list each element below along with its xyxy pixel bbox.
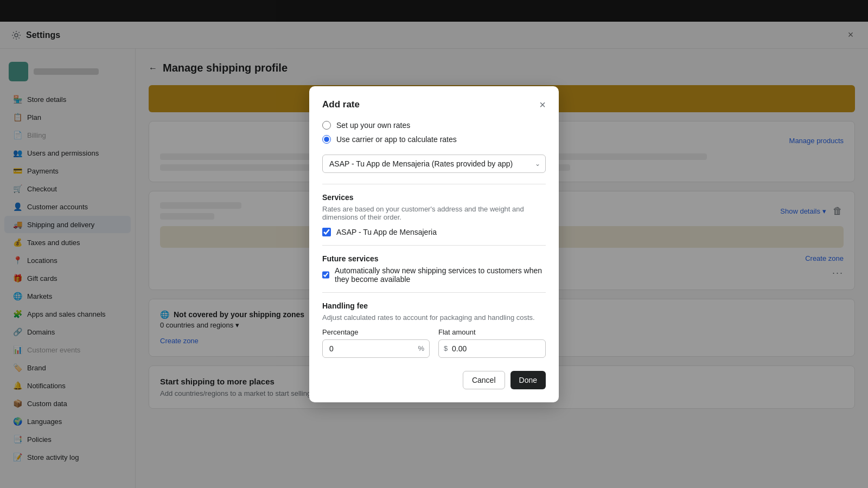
percentage-input[interactable] [322, 339, 430, 358]
services-description: Rates are based on your customer's addre… [322, 205, 546, 221]
future-services-checkbox[interactable] [322, 271, 329, 279]
services-title: Services [322, 193, 546, 202]
flat-amount-input[interactable] [438, 339, 546, 358]
flat-amount-input-wrapper: $ [438, 339, 546, 358]
future-services-title: Future services [322, 254, 546, 263]
modal-close-button[interactable]: × [539, 99, 546, 110]
asap-service-checkbox[interactable] [322, 228, 331, 236]
rate-type-radio-group: Set up your own rates Use carrier or app… [322, 121, 546, 144]
percentage-suffix-icon: % [418, 344, 424, 352]
asap-service-checkbox-label[interactable]: ASAP - Tu App de Mensajeria [322, 228, 546, 236]
handling-fee-description: Adjust calculated rates to account for p… [322, 313, 546, 322]
own-rates-option[interactable]: Set up your own rates [322, 121, 546, 130]
carrier-select-wrapper: ASAP - Tu App de Mensajeria (Rates provi… [322, 155, 546, 173]
flat-amount-prefix-icon: $ [444, 344, 448, 352]
done-button[interactable]: Done [510, 371, 546, 389]
fee-fields-row: Percentage % Flat amount $ [322, 328, 546, 358]
percentage-input-wrapper: % [322, 339, 430, 358]
modal-title: Add rate [322, 99, 360, 110]
handling-fee-section: Handling fee Adjust calculated rates to … [322, 301, 546, 358]
carrier-select[interactable]: ASAP - Tu App de Mensajeria (Rates provi… [322, 155, 546, 173]
divider-1 [322, 184, 546, 184]
flat-amount-label: Flat amount [438, 328, 546, 336]
cancel-button[interactable]: Cancel [463, 371, 505, 389]
percentage-field: Percentage % [322, 328, 430, 358]
own-rates-label: Set up your own rates [336, 121, 410, 130]
modal-footer: Cancel Done [322, 371, 546, 389]
modal-overlay: Add rate × Set up your own rates Use car… [0, 0, 868, 488]
modal-header: Add rate × [322, 99, 546, 110]
percentage-label: Percentage [322, 328, 430, 336]
future-services-label: Automatically show new shipping services… [335, 266, 546, 284]
handling-fee-title: Handling fee [322, 301, 546, 310]
flat-amount-field: Flat amount $ [438, 328, 546, 358]
future-services-section: Future services Automatically show new s… [322, 254, 546, 284]
divider-2 [322, 245, 546, 246]
divider-3 [322, 292, 546, 293]
carrier-rates-radio[interactable] [322, 135, 331, 144]
services-section: Services Rates are based on your custome… [322, 193, 546, 236]
add-rate-modal: Add rate × Set up your own rates Use car… [309, 86, 559, 402]
asap-service-label: ASAP - Tu App de Mensajeria [336, 228, 437, 236]
carrier-rates-option[interactable]: Use carrier or app to calculate rates [322, 135, 546, 144]
own-rates-radio[interactable] [322, 121, 331, 130]
carrier-rates-label: Use carrier or app to calculate rates [336, 135, 457, 144]
future-services-checkbox-label[interactable]: Automatically show new shipping services… [322, 266, 546, 284]
